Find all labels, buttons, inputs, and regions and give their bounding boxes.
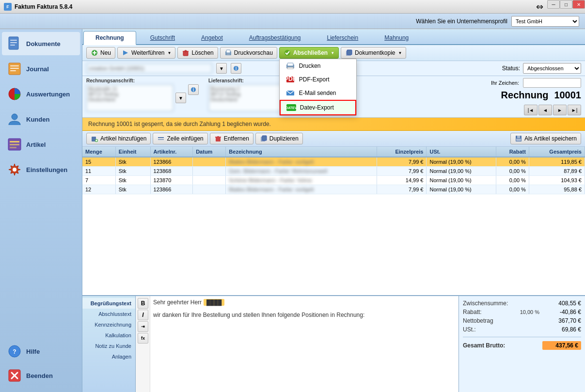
sidebar-item-journal[interactable]: Journal	[2, 57, 80, 80]
editor-body: wir danken für Ihre Bestellung und stell…	[153, 312, 364, 318]
tab-rechnung[interactable]: Rechnung	[83, 31, 136, 45]
customer-input[interactable]	[86, 63, 212, 74]
artikel-icon	[7, 137, 22, 152]
dropdown-pdf-export[interactable]: PDF PDF-Export	[280, 73, 356, 86]
loeschen-button[interactable]: Löschen	[177, 47, 218, 59]
svg-marker-24	[123, 50, 128, 55]
rechnungsanschrift-btn[interactable]: i	[188, 84, 199, 95]
zwischensumme-row: Zwischensumme: 408,55 €	[463, 300, 581, 307]
sidebar-label-artikel: Artikel	[26, 141, 46, 148]
table-row[interactable]: 11Stk123868Gem. Bildermann - Farbe: Wehr…	[82, 167, 585, 176]
dokumentkopie-icon	[345, 49, 353, 57]
sidebar-item-artikel[interactable]: Artikel	[2, 133, 80, 156]
sidebar-item-auswertungen[interactable]: Auswertungen	[2, 82, 80, 106]
col-ust: USt.	[427, 147, 496, 157]
col-einzelpreis: Einzelpreis	[377, 147, 427, 157]
kunden-icon	[7, 111, 22, 127]
tab-auftragsbestaetigung[interactable]: Auftragsbestätigung	[237, 31, 313, 44]
nettobetrag-label: Nettobetrag	[463, 317, 493, 324]
weiterfuehren-arrow: ▼	[168, 51, 172, 55]
text-tab-kennzeichnung[interactable]: Kennzeichnung	[82, 319, 135, 330]
als-artikel-speichern-button[interactable]: Als Artikel speichern	[510, 133, 581, 144]
neu-button[interactable]: Neu	[86, 47, 115, 59]
rabatt-pct: 10,00 %	[520, 309, 539, 315]
zwischensumme-label: Zwischensumme:	[463, 300, 508, 307]
sidebar-label-beenden: Beenden	[26, 372, 53, 379]
weiterfuehren-button[interactable]: Weiterführen ▼	[117, 47, 175, 59]
beenden-icon	[7, 368, 22, 383]
druckvorschau-button[interactable]: Druckvorschau	[220, 47, 277, 59]
text-tab-anlagen[interactable]: Anlagen	[82, 351, 135, 362]
nav-first-btn[interactable]: |◄	[524, 105, 538, 115]
editor-toolbar: B I ⇥ fx	[136, 296, 150, 392]
nav-prev-btn[interactable]: ◄	[538, 105, 552, 115]
text-tab-abschluss[interactable]: Abschlusstext	[82, 309, 135, 319]
article-table-container[interactable]: Menge Einheit Artikelnr. Datum Bezeichnu…	[82, 147, 585, 295]
table-row[interactable]: 15Stk123866Blattes Bildermann - Farbe: v…	[82, 157, 585, 167]
nav-last-btn[interactable]: ►|	[568, 105, 581, 115]
status-select[interactable]: Abgeschlossen	[523, 63, 581, 74]
sidebar-item-kunden[interactable]: Kunden	[2, 108, 80, 131]
tab-angebot[interactable]: Angebot	[189, 31, 235, 44]
minimize-button[interactable]: ─	[547, 0, 560, 9]
app-icon: F	[4, 3, 12, 11]
speichern-icon	[515, 135, 522, 142]
sidebar-item-einstellungen[interactable]: Einstellungen	[2, 158, 80, 181]
col-artikelnr: Artikelnr.	[150, 147, 193, 157]
sidebar-item-beenden[interactable]: Beenden	[2, 364, 80, 387]
dropdown-datev-export[interactable]: DATEV Datev-Export	[280, 100, 356, 115]
titlebar: F Faktum Faktura 5.8.4 ⇔ ─ □ ✕	[0, 0, 585, 14]
dokumentkopie-button[interactable]: Dokumentkopie ▼	[341, 47, 406, 59]
rechnungsanschrift-box: Musteralle 1198713 TestingDeutschland	[86, 84, 174, 111]
rechnungsanschrift-arrow[interactable]: ▼	[175, 93, 186, 103]
maximize-button[interactable]: □	[560, 0, 572, 9]
bold-button[interactable]: B	[138, 298, 148, 309]
druckvorschau-icon	[224, 49, 232, 57]
plus-icon	[91, 49, 98, 57]
entfernen-icon	[214, 135, 222, 142]
nettobetrag-row: Nettobetrag 367,70 €	[463, 317, 581, 324]
dropdown-drucken[interactable]: Drucken	[280, 59, 356, 73]
auswertungen-icon	[7, 86, 22, 102]
journal-icon	[7, 61, 22, 77]
abschliessen-button[interactable]: Abschließen ▼	[279, 47, 339, 59]
entfernen-button[interactable]: Entfernen	[210, 133, 253, 144]
tab-gutschrift[interactable]: Gutschrift	[138, 31, 187, 44]
customer-info-btn[interactable]: i	[231, 63, 241, 74]
tab-lieferschein[interactable]: Lieferschein	[315, 31, 371, 44]
text-editor: B I ⇥ fx Sehr geehrter Herr ████ wir dan…	[136, 296, 459, 392]
text-tab-notiz[interactable]: Notiz zu Kunde	[82, 341, 135, 351]
ihr-zeichen-input[interactable]	[523, 78, 581, 88]
table-row[interactable]: 7Stk123870Schöne Bildermann - Farbe: Voh…	[82, 176, 585, 185]
sidebar-item-dokumente[interactable]: Dokumente	[2, 32, 80, 55]
indent-button[interactable]: ⇥	[138, 321, 148, 332]
document-tabs: Rechnung Gutschrift Angebot Auftragsbest…	[82, 29, 585, 45]
pdf-icon: PDF	[285, 76, 295, 83]
customer-dropdown-btn[interactable]: ▼	[216, 63, 227, 74]
table-row[interactable]: 12Stk123866Blattes Bildermann - Farbe: v…	[82, 185, 585, 194]
sidebar-item-hilfe[interactable]: ? Hilfe	[2, 340, 80, 363]
text-tab-begruessung[interactable]: Begrüßungstext	[82, 298, 135, 309]
svg-rect-34	[287, 67, 293, 69]
nettobetrag-value: 367,70 €	[542, 317, 581, 324]
resize-icon[interactable]: ⇔	[532, 0, 547, 14]
zeile-icon	[157, 135, 165, 142]
ust-value: 69,86 €	[542, 326, 581, 333]
article-table: Menge Einheit Artikelnr. Datum Bezeichnu…	[82, 147, 585, 194]
svg-rect-3	[10, 45, 15, 46]
nav-next-btn[interactable]: ►	[553, 105, 567, 115]
svg-rect-7	[10, 70, 16, 71]
tab-mahnung[interactable]: Mahnung	[372, 31, 421, 44]
artikel-hinzufuegen-button[interactable]: Artikel hinzufügen	[86, 133, 151, 144]
company-select[interactable]: Test GmbH	[511, 16, 579, 27]
italic-button[interactable]: I	[138, 310, 148, 320]
duplizieren-button[interactable]: Duplizieren	[255, 133, 303, 144]
editor-content[interactable]: Sehr geehrter Herr ████ wir danken für I…	[150, 296, 459, 392]
zeile-einfuegen-button[interactable]: Zeile einfügen	[153, 133, 207, 144]
dropdown-email-senden[interactable]: E-Mail senden	[280, 86, 356, 100]
formula-button[interactable]: fx	[138, 333, 148, 344]
text-tab-kalkulation[interactable]: Kalkulation	[82, 330, 135, 341]
close-button[interactable]: ✕	[572, 0, 585, 9]
col-bezeichnung: Bezeichnung	[226, 147, 377, 157]
gesamt-row: Gesamt Brutto: 437,56 €	[463, 341, 581, 350]
